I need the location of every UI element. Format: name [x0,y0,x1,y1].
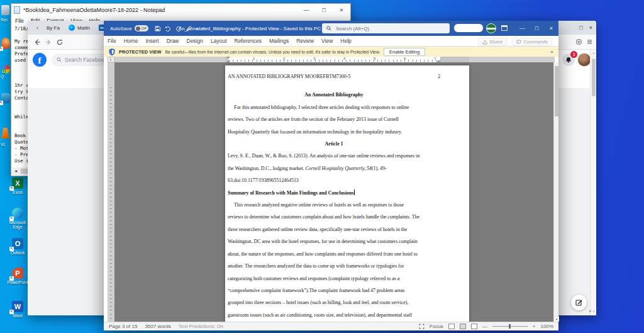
notepad-titlebar[interactable]: *BookIdea_FahmeenaOdettaMoore7-18-2022 -… [11,4,350,16]
ribbon-tab[interactable]: Insert [142,38,162,44]
close-button[interactable]: × [589,25,592,31]
minimize-button[interactable]: — [297,4,315,16]
text-predictions-status[interactable]: Text Predictions: On [179,324,224,329]
focus-button[interactable]: Focus [430,324,443,329]
autosave-label: AutoSave [110,26,132,31]
scroll-up-icon[interactable]: ˄ [591,50,597,57]
comments-button[interactable]: Comments [512,38,552,46]
web-layout-icon[interactable] [471,324,477,329]
document-scrollbar[interactable]: ▾ [553,62,558,322]
paragraph-1: For this annotated bibliography, I selec… [228,101,440,138]
scrollbar-thumb[interactable] [555,66,558,116]
forward-icon[interactable] [43,37,54,48]
protected-view-message: Be careful—files from the Internet can c… [165,50,380,54]
autosave-toggle[interactable]: AutoSave Off [110,25,148,31]
zoom-level[interactable]: 100% [541,324,553,329]
recycle-bin-label[interactable]: Rec [1,18,8,22]
facebook-logo-icon[interactable]: f [33,53,47,67]
user-account-pill[interactable] [454,24,483,32]
notepad-menu-item[interactable]: File [15,18,24,24]
protected-view-label: PROTECTED VIEW [119,49,162,55]
browser-tab-2[interactable]: Matth [64,22,94,33]
maximize-button[interactable]: □ [579,25,582,31]
app-shortcut-icon[interactable]: ↖ [1,93,10,103]
document-page[interactable]: AN ANNOTATED BIBLIOGRAPHY MOOREFBTM7300-… [225,65,469,322]
zoom-slider[interactable] [492,326,528,327]
minimize-button[interactable]: — [515,21,530,36]
ribbon-tab[interactable]: Layout [207,38,231,44]
ribbon-display-options-icon[interactable] [501,25,508,31]
menu-icon[interactable] [587,39,592,45]
ribbon-tab[interactable]: Help [336,38,355,44]
shortcut-arrow-icon: ↖ [9,276,14,281]
ribbon-tab[interactable]: References [231,38,265,44]
protected-view-bar: PROTECTED VIEW Be careful—files from the… [104,47,558,57]
ribbon-tab[interactable]: Mailings [265,38,292,44]
text-cursor [354,189,355,195]
extensions-icon[interactable] [576,39,582,45]
indent-markers[interactable] [226,57,230,62]
recycle-bin-icon[interactable] [1,5,9,15]
notification-badge: 3 [570,51,577,58]
shortcut-arrow-icon: ↖ [9,247,14,251]
ribbon-tab[interactable]: Draw [163,38,183,44]
vlc-icon[interactable] [1,128,9,138]
refresh-icon[interactable] [54,37,65,48]
maximize-button[interactable]: □ [530,21,544,36]
close-button[interactable]: × [544,21,558,36]
page-indicator[interactable]: Page 3 of 15 [109,324,137,329]
window-word: AutoSave Off ▾ ⹀ An_Annotated_Bibliograp… [104,21,558,330]
tab-selector[interactable]: L [108,57,114,62]
word-statusbar: Page 3 of 15 3507 words Text Predictions… [104,322,558,330]
profile-avatar[interactable] [577,53,591,67]
page-chevron-icon[interactable]: ˅ [589,308,592,314]
ribbon-tab[interactable]: Home [120,38,142,44]
edge-icon: ↖ [12,208,23,219]
scroll-down-icon[interactable]: ▾ [554,316,559,322]
share-icon [482,40,487,45]
search-icon [326,26,331,31]
read-mode-icon[interactable] [448,324,455,329]
new-message-button[interactable] [571,295,587,310]
powerpoint-icon: P↖ [12,268,23,279]
summary-heading-text: Summary of Research with Main Findings a… [228,190,354,196]
back-icon[interactable] [31,37,43,48]
notifications-bell-icon[interactable]: 3 [562,54,575,66]
browser-scrollbar[interactable]: ˄ ˅ [590,50,596,315]
document-text-line: categorizing both customer reviews and r… [228,273,440,285]
undo-icon[interactable] [165,26,171,31]
word-titlebar[interactable]: AutoSave Off ▾ ⹀ An_Annotated_Bibliograp… [104,21,558,36]
enable-editing-button[interactable]: Enable Editing [384,48,425,56]
excel-icon: X↖ [12,178,23,189]
firefox-icon[interactable]: ↖ [1,38,10,49]
word-count[interactable]: 3507 words [145,324,170,329]
close-icon[interactable]: × [550,49,553,55]
search-input[interactable] [322,23,450,33]
zoom-slider-thumb[interactable] [509,324,511,329]
maximize-button[interactable]: □ [315,4,333,16]
ribbon-tab[interactable]: Review [292,38,318,44]
browser-tab-1[interactable]: By Fa [42,22,64,33]
user-avatar[interactable] [486,23,496,33]
outlook-icon: O↖ [12,238,23,249]
print-layout-icon[interactable] [460,324,466,329]
ribbon-tab[interactable]: File [104,38,120,44]
search-icon [57,57,62,62]
share-button[interactable]: Share [478,38,507,46]
share-label: Share [489,39,502,45]
desktop-icon-label: PowerPoint [7,280,28,285]
horizontal-ruler: 1 2 3 4 5 6 7 [114,57,555,62]
scrollbar-thumb[interactable] [592,59,596,96]
desktop: Rec ↖ G Q ↖ VL X↖ Excel ↖ Microsoft Edge… [0,0,644,333]
save-icon[interactable] [155,26,160,31]
scroll-left-arrow-icon[interactable]: ◄ [12,167,19,175]
journal-title-italic: Cornell Hospitality Quarterly, 54 [306,166,372,171]
zoom-out-button[interactable]: — [482,324,487,329]
page-number: 2 [438,71,440,82]
right-indent-marker[interactable] [436,58,440,62]
ribbon-tab[interactable]: Design [183,38,207,44]
tab-scroll-left-icon[interactable]: ‹ [36,25,38,31]
zoom-in-button[interactable]: + [533,324,536,329]
close-button[interactable]: × [333,4,350,16]
ribbon-tab[interactable]: View [318,38,336,44]
